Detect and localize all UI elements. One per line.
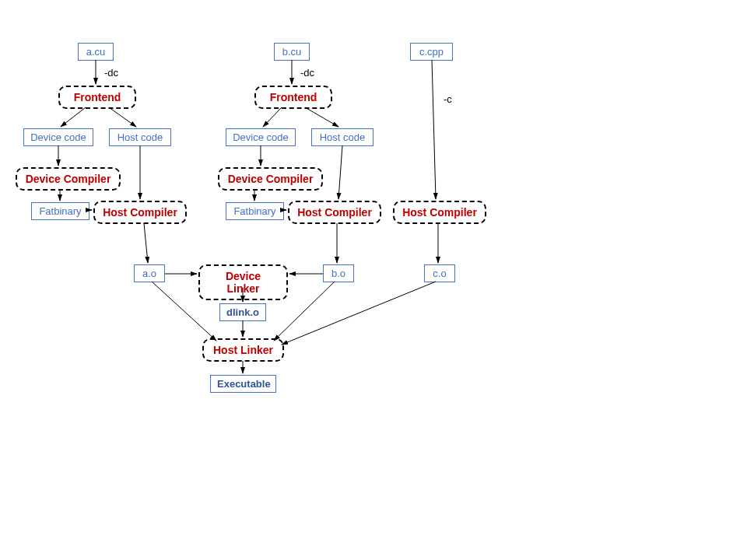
node-ao: a.o (134, 264, 165, 282)
svg-line-1 (61, 107, 86, 127)
node-ccpp: c.cpp (410, 43, 453, 61)
stage-devcomp-a: Device Compiler (16, 167, 121, 191)
node-devcode-a: Device code (23, 128, 93, 146)
stage-frontend-b: Frontend (254, 86, 332, 109)
svg-line-16 (432, 60, 436, 199)
stage-devcomp-b: Device Compiler (218, 167, 323, 191)
label-dc-b: -dc (300, 67, 314, 79)
node-fatbin-a: Fatbinary (31, 202, 89, 220)
svg-line-7 (144, 223, 148, 263)
label-c: -c (444, 93, 452, 105)
node-bcu: b.cu (274, 43, 310, 61)
stage-hostcomp-a: Host Compiler (93, 201, 187, 224)
node-acu: a.cu (78, 43, 114, 61)
stage-frontend-a: Frontend (58, 86, 136, 109)
node-exe: Executable (210, 375, 276, 393)
node-bo: b.o (323, 264, 354, 282)
svg-line-14 (338, 145, 342, 199)
svg-line-2 (109, 107, 136, 127)
node-dlinko: dlink.o (219, 303, 266, 321)
node-devcode-b: Device code (226, 128, 296, 146)
svg-line-9 (263, 107, 282, 127)
stage-hostcomp-c: Host Compiler (393, 201, 486, 224)
node-hostcode-a: Host code (109, 128, 171, 146)
node-hostcode-b: Host code (311, 128, 374, 146)
stage-devlinker: Device Linker (198, 264, 288, 300)
svg-line-10 (305, 107, 338, 127)
node-fatbin-b: Fatbinary (226, 202, 284, 220)
svg-line-24 (282, 282, 436, 345)
label-dc-a: -dc (104, 67, 118, 79)
node-co: c.o (424, 264, 455, 282)
stage-hostlinker: Host Linker (202, 338, 284, 362)
arrows (0, 0, 747, 560)
stage-hostcomp-b: Host Compiler (288, 201, 381, 224)
